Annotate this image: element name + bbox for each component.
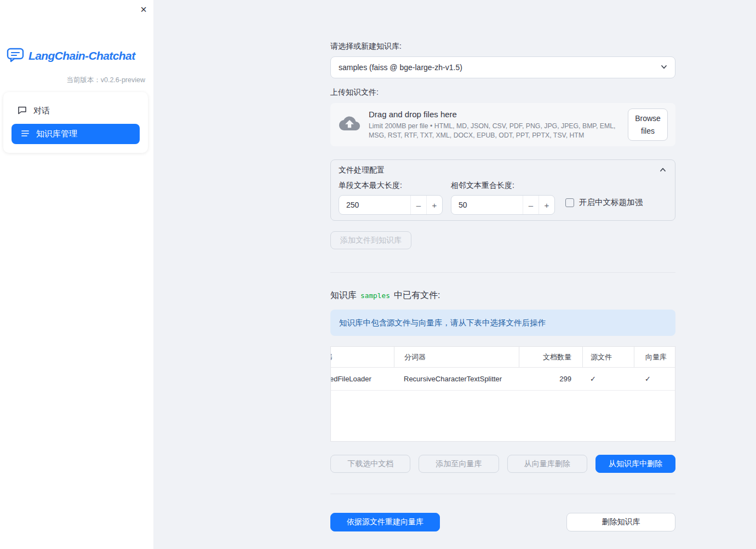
kb-manage-row: 依据源文件重建向量库 删除知识库: [330, 513, 675, 531]
sidebar-item-label: 对话: [33, 106, 50, 116]
overlap-size-increment-button[interactable]: +: [539, 196, 554, 214]
kb-files-table-inner: 文档加载器 分词器 文档数量 源文件 向量库 UnstructuredFileL…: [330, 347, 675, 391]
browse-files-button[interactable]: Browse files: [628, 108, 668, 141]
delete-from-vector-button[interactable]: 从向量库删除: [507, 455, 587, 473]
kb-files-table[interactable]: 文档加载器 分词器 文档数量 源文件 向量库 UnstructuredFileL…: [330, 346, 675, 442]
zh-title-enhance-checkbox[interactable]: 开启中文标题加强: [565, 197, 643, 208]
file-config-body: 单段文本最大长度: 250 – + 相邻文本重合长度: 50 – +: [331, 181, 675, 220]
upload-label: 上传知识文件:: [330, 88, 675, 99]
add-files-to-kb-button[interactable]: 添加文件到知识库: [330, 231, 411, 249]
chunk-size-increment-button[interactable]: +: [426, 196, 442, 214]
col-header-vector: 向量库: [634, 347, 675, 367]
cell-splitter: RecursiveCharacterTextSplitter: [394, 368, 519, 390]
table-header-row: 文档加载器 分词器 文档数量 源文件 向量库: [330, 347, 675, 368]
chevron-down-icon: [660, 62, 668, 73]
chunk-size-input[interactable]: 250 – +: [339, 195, 443, 215]
cell-doc-count: 299: [519, 368, 582, 390]
overlap-size-value: 50: [451, 196, 523, 214]
list-icon: [21, 129, 30, 139]
file-actions-row: 下载选中文档 添加至向量库 从向量库删除 从知识库中删除: [330, 455, 675, 473]
cell-vector-check: ✓: [634, 368, 675, 390]
rebuild-vector-store-button[interactable]: 依据源文件重建向量库: [330, 513, 440, 531]
delete-kb-button[interactable]: 删除知识库: [566, 513, 675, 531]
cell-loader: UnstructuredFileLoader: [330, 368, 394, 390]
download-selected-button[interactable]: 下载选中文档: [330, 455, 410, 473]
sidebar-item-knowledge-base[interactable]: 知识库管理: [12, 124, 140, 144]
col-header-doc-count: 文档数量: [519, 347, 582, 367]
sidebar: × LangChain-Chatchat 当前版本：v0.2.6-preview…: [0, 0, 153, 549]
col-header-splitter: 分词器: [394, 347, 519, 367]
existing-files-line: 知识库 samples 中已有文件:: [330, 290, 675, 301]
chunk-size-label: 单段文本最大长度:: [339, 181, 443, 192]
kb-select-label: 请选择或新建知识库:: [330, 42, 675, 53]
kb-selectbox-value: samples (faiss @ bge-large-zh-v1.5): [339, 63, 462, 72]
existing-files-suffix: 中已有文件:: [394, 290, 440, 301]
col-header-loader: 文档加载器: [330, 347, 394, 367]
content-column: 请选择或新建知识库: samples (faiss @ bge-large-zh…: [330, 0, 675, 531]
sidebar-item-label: 知识库管理: [36, 129, 77, 139]
uploader-text-block: Drag and drop files here Limit 200MB per…: [369, 110, 619, 140]
file-config-expander: 文件处理配置 单段文本最大长度: 250 – + 相邻文: [330, 159, 675, 221]
info-banner: 知识库中包含源文件与向量库，请从下表中选择文件后操作: [330, 310, 675, 336]
chat-logo-icon: [7, 47, 24, 65]
chunk-size-group: 单段文本最大长度: 250 – +: [339, 181, 443, 215]
checkbox-icon[interactable]: [565, 198, 574, 207]
app-title: LangChain-Chatchat: [28, 49, 135, 62]
divider: [330, 494, 675, 494]
delete-from-kb-button[interactable]: 从知识库中删除: [595, 455, 675, 473]
divider: [330, 272, 675, 273]
cloud-upload-icon: [339, 116, 360, 134]
add-to-vector-button[interactable]: 添加至向量库: [419, 455, 499, 473]
overlap-size-group: 相邻文本重合长度: 50 – +: [451, 181, 555, 215]
info-banner-text: 知识库中包含源文件与向量库，请从下表中选择文件后操作: [339, 318, 546, 328]
existing-files-prefix: 知识库: [330, 290, 357, 301]
overlap-size-label: 相邻文本重合长度:: [451, 181, 555, 192]
col-header-source: 源文件: [582, 347, 634, 367]
sidebar-item-dialogue[interactable]: 对话: [3, 100, 148, 122]
main-area: 请选择或新建知识库: samples (faiss @ bge-large-zh…: [153, 0, 756, 549]
kb-selectbox[interactable]: samples (faiss @ bge-large-zh-v1.5): [330, 56, 675, 78]
zh-title-enhance-label: 开启中文标题加强: [579, 197, 643, 208]
table-row[interactable]: UnstructuredFileLoader RecursiveCharacte…: [330, 368, 675, 391]
file-config-title: 文件处理配置: [339, 165, 385, 175]
sidebar-close-icon[interactable]: ×: [140, 2, 147, 16]
overlap-size-input[interactable]: 50 – +: [451, 195, 555, 215]
chunk-size-value: 250: [339, 196, 410, 214]
app-logo: LangChain-Chatchat: [7, 47, 135, 65]
file-uploader-dropzone[interactable]: Drag and drop files here Limit 200MB per…: [330, 103, 675, 146]
drag-drop-text: Drag and drop files here: [369, 110, 619, 119]
overlap-size-decrement-button[interactable]: –: [523, 196, 539, 214]
chat-bubble-icon: [18, 106, 27, 116]
upload-limit-text: Limit 200MB per file • HTML, MD, JSON, C…: [369, 122, 619, 140]
cell-source-check: ✓: [582, 368, 634, 390]
kb-name-code: samples: [360, 291, 390, 300]
version-label: 当前版本：v0.2.6-preview: [66, 76, 145, 85]
sidebar-menu: 对话 知识库管理: [3, 92, 148, 153]
chunk-size-decrement-button[interactable]: –: [410, 196, 426, 214]
file-config-expander-header[interactable]: 文件处理配置: [331, 160, 675, 181]
chevron-up-icon: [658, 165, 667, 176]
